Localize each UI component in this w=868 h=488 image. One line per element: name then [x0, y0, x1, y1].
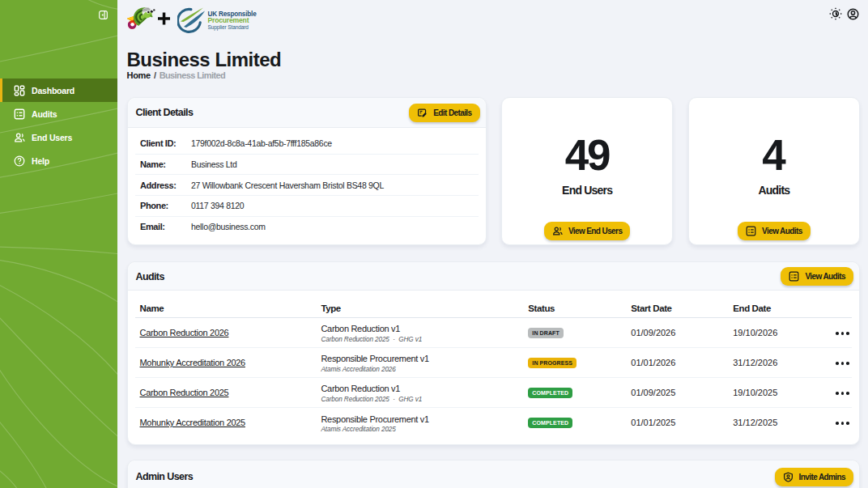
- svg-text:Supplier Standard: Supplier Standard: [207, 24, 249, 31]
- svg-text:Procurement: Procurement: [207, 16, 249, 24]
